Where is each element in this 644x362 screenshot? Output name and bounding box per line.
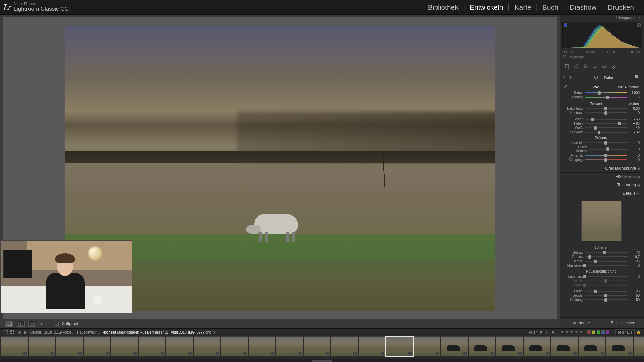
noise-color-slider[interactable] xyxy=(585,291,627,292)
filter-flag-picked[interactable]: ⚑ xyxy=(539,330,544,335)
previous-button[interactable]: Vorherige xyxy=(560,318,602,328)
histogram-toggle-icon[interactable]: ▼ xyxy=(638,16,641,19)
reset-button[interactable]: Zurücksetzen xyxy=(602,318,644,328)
clarity-value[interactable]: 0 xyxy=(629,141,640,145)
shadows-value[interactable]: + 65 xyxy=(629,122,640,125)
graduated-filter-tool[interactable] xyxy=(591,63,599,70)
filmstrip-scrollbar[interactable] xyxy=(312,360,332,362)
sharpen-radius-value[interactable]: 0,7 xyxy=(629,255,640,259)
radial-filter-tool[interactable] xyxy=(601,63,608,70)
original-photo-checkbox[interactable] xyxy=(563,55,566,58)
filter-flag-unflagged[interactable]: ⚐ xyxy=(545,330,550,335)
filmstrip-thumb[interactable] xyxy=(249,336,275,356)
module-library[interactable]: Bibliothek xyxy=(423,3,463,11)
nav-fwd-button[interactable]: ▶ xyxy=(23,330,28,335)
noise-color-detail-value[interactable]: 50 xyxy=(629,294,640,297)
noise-smoothness-value[interactable]: 50 xyxy=(629,298,640,302)
module-map[interactable]: Karte xyxy=(510,3,536,11)
saturation-slider[interactable] xyxy=(585,159,627,160)
profile-value[interactable]: Adobe Farbe xyxy=(572,76,635,80)
filmstrip-thumb[interactable] xyxy=(111,336,138,356)
whites-slider[interactable] xyxy=(585,127,627,128)
sharpen-masking-slider[interactable] xyxy=(585,265,627,266)
exposure-value[interactable]: 0,00 xyxy=(629,107,640,110)
filter-color-green[interactable] xyxy=(597,330,600,334)
filmstrip-thumb[interactable] xyxy=(304,336,330,356)
noise-color-value[interactable]: 25 xyxy=(629,289,640,293)
filmstrip-thumb[interactable] xyxy=(441,336,468,356)
filter-preset-dropdown[interactable]: Filter aus xyxy=(615,329,635,335)
blacks-value[interactable]: - 32 xyxy=(629,130,640,134)
filmstrip-thumb[interactable] xyxy=(331,336,358,356)
saturation-value[interactable]: 0 xyxy=(629,158,640,162)
filmstrip-thumb[interactable] xyxy=(139,336,165,356)
whites-value[interactable]: - 49 xyxy=(629,126,640,130)
filmstrip-thumb[interactable] xyxy=(634,336,644,356)
filmstrip-thumb[interactable] xyxy=(56,336,83,356)
view-before-after-button[interactable] xyxy=(17,321,25,327)
filter-color-red[interactable] xyxy=(587,330,591,334)
temp-value[interactable]: 4.800 xyxy=(629,91,640,95)
clarity-slider[interactable] xyxy=(585,142,627,143)
view-before-after-split-button[interactable] xyxy=(28,321,36,327)
tone-curve-panel[interactable]: Gradationskurve ◀ xyxy=(560,164,642,172)
filter-star-5[interactable]: ★ xyxy=(579,330,583,334)
second-window-button[interactable] xyxy=(3,330,8,335)
filmstrip-thumb[interactable] xyxy=(386,336,413,356)
filmstrip-thumb[interactable] xyxy=(221,336,248,356)
filmstrip-thumb[interactable] xyxy=(551,336,578,356)
filmstrip-thumb[interactable] xyxy=(579,336,605,356)
spot-removal-tool[interactable] xyxy=(573,63,580,70)
filmstrip-thumb[interactable] xyxy=(606,336,633,356)
view-options-button[interactable]: ▾ xyxy=(40,321,44,327)
filmstrip-thumb[interactable] xyxy=(359,336,385,356)
softproof-checkbox[interactable] xyxy=(55,322,59,326)
filmstrip-thumb[interactable] xyxy=(29,336,55,356)
vibrance-value[interactable]: 0 xyxy=(629,154,640,157)
sharpen-amount-value[interactable]: 70 xyxy=(629,251,640,254)
eyedropper-icon[interactable] xyxy=(563,84,568,90)
sharpen-radius-slider[interactable] xyxy=(585,256,627,257)
sharpen-detail-value[interactable]: 25 xyxy=(629,259,640,263)
filmstrip[interactable] xyxy=(0,335,644,359)
filmstrip-thumb[interactable] xyxy=(524,336,550,356)
filter-star-3[interactable]: ★ xyxy=(570,330,573,334)
filmstrip-thumb[interactable] xyxy=(166,336,193,356)
profile-browser-icon[interactable] xyxy=(635,75,640,80)
exposure-slider[interactable] xyxy=(585,108,627,109)
filter-lock-icon[interactable]: 🔒 xyxy=(636,330,641,335)
sharpen-detail-slider[interactable] xyxy=(585,261,627,262)
contrast-value[interactable]: 0 xyxy=(629,111,640,115)
filmstrip-thumb[interactable] xyxy=(496,336,523,356)
hsl-panel[interactable]: HSL/Farbe ◀ xyxy=(560,172,642,181)
tint-value[interactable]: + 16 xyxy=(629,95,640,99)
filter-star-4[interactable]: ★ xyxy=(575,330,578,334)
module-print[interactable]: Drucken xyxy=(603,3,639,11)
module-book[interactable]: Buch xyxy=(538,3,563,11)
highlights-value[interactable]: - 63 xyxy=(629,117,640,121)
split-toning-panel[interactable]: Teiltonung ◀ xyxy=(560,181,642,189)
filter-star-2[interactable]: ★ xyxy=(565,330,569,334)
filter-star-1[interactable]: ★ xyxy=(560,330,564,334)
temp-slider[interactable] xyxy=(585,92,627,93)
filter-color-yellow[interactable] xyxy=(592,330,595,334)
contrast-slider[interactable] xyxy=(585,112,627,113)
filmstrip-thumb[interactable] xyxy=(84,336,110,356)
auto-tone-button[interactable]: Autom. xyxy=(629,102,640,106)
adjustment-brush-tool[interactable] xyxy=(610,63,618,70)
histogram-title[interactable]: Histogramm xyxy=(616,16,636,20)
view-loupe-button[interactable] xyxy=(5,321,13,327)
filter-color-blue[interactable] xyxy=(601,330,605,334)
module-slideshow[interactable]: Diashow xyxy=(565,3,601,11)
sharpen-amount-slider[interactable] xyxy=(585,252,627,253)
highlights-slider[interactable] xyxy=(585,119,627,120)
wb-value[interactable]: Wie Aufnahme xyxy=(618,85,640,89)
detail-preview[interactable] xyxy=(581,201,622,241)
details-panel-header[interactable]: Details ▼ xyxy=(560,189,642,197)
filmstrip-thumb[interactable] xyxy=(469,336,495,356)
sharpen-masking-value[interactable]: 0 xyxy=(629,264,640,267)
filmstrip-thumb[interactable] xyxy=(1,336,28,356)
folder-value[interactable]: 2018 xyxy=(44,330,52,334)
dehaze-slider[interactable] xyxy=(589,149,627,150)
module-develop[interactable]: Entwickeln xyxy=(465,3,508,11)
